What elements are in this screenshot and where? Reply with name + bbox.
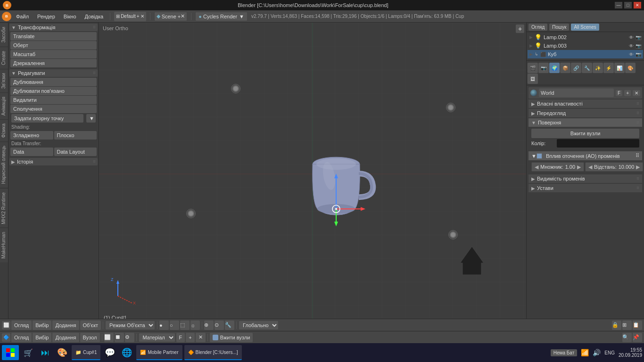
renderer-selector[interactable]: ● Cycles Render ▼ bbox=[195, 12, 248, 21]
3d-add-button[interactable]: Додання bbox=[52, 321, 79, 330]
snap-toggle[interactable]: 🔧 bbox=[225, 321, 234, 330]
tab-fizyka[interactable]: Фізика bbox=[0, 119, 8, 141]
menu-file[interactable]: Файл bbox=[12, 13, 33, 20]
outliner-item-cube[interactable]: ▶ ↳ ⬛ Куб 👁 📷 bbox=[528, 50, 643, 58]
node-view-button[interactable]: Огляд bbox=[11, 333, 32, 342]
clock[interactable]: 19:55 20.09.2019 bbox=[619, 347, 642, 358]
constraint-props-icon[interactable]: 🔗 bbox=[571, 63, 581, 73]
set-origin-dropdown[interactable]: ▼ bbox=[86, 114, 96, 123]
outliner-item-lamp002[interactable]: ▶ 💡 Lamp.002 👁 📷 bbox=[528, 33, 643, 41]
renderer-dropdown[interactable]: ▼ bbox=[239, 14, 244, 19]
lamp002-eye-icon[interactable]: 👁 bbox=[629, 35, 634, 40]
delete-button[interactable]: Видалити bbox=[10, 96, 97, 104]
language-indicator[interactable]: ENG bbox=[604, 350, 615, 355]
3d-view-button[interactable]: Огляд bbox=[11, 321, 32, 330]
taskbar-store-icon[interactable]: 🛒 bbox=[21, 345, 36, 360]
3d-viewport[interactable]: User Ortho bbox=[99, 23, 526, 325]
join-button[interactable]: Сполучення bbox=[10, 105, 97, 113]
data-button[interactable]: Data bbox=[10, 148, 53, 156]
3d-object-button[interactable]: Об'єкт bbox=[80, 321, 101, 330]
taskbar-mobilepartner-app[interactable]: 📶 Mobile Partner bbox=[136, 345, 182, 360]
3d-layer-icon[interactable]: 📋 bbox=[633, 321, 642, 330]
custom-props-header[interactable]: ▶ Власні властивості ⠿ bbox=[528, 99, 642, 108]
edit-section-header[interactable]: ▼ Редагувати ⠿ bbox=[9, 69, 98, 77]
viewport-add-button[interactable]: + bbox=[516, 25, 524, 33]
tab-mhx2[interactable]: MHX2 Runtime bbox=[0, 188, 8, 228]
particles-props-icon[interactable]: ✨ bbox=[593, 63, 603, 73]
taskbar-filemanager-app[interactable]: 📁 Cup#1 bbox=[72, 345, 100, 360]
battery-button[interactable]: Нема Бат bbox=[551, 349, 577, 356]
history-section-header[interactable]: ▶ Історія ⠿ bbox=[9, 158, 98, 165]
smooth-button[interactable]: Згладжено bbox=[10, 131, 53, 140]
3d-global-select[interactable]: Глобально bbox=[239, 321, 279, 330]
physics-props-icon[interactable]: ⚡ bbox=[603, 63, 614, 73]
cube-eye-icon[interactable]: 👁 bbox=[629, 52, 634, 57]
menu-window[interactable]: Вікно bbox=[60, 13, 80, 20]
render-props-icon[interactable]: 🎬 bbox=[528, 63, 538, 73]
scene-props-icon[interactable]: 📷 bbox=[538, 63, 549, 73]
ao-checkbox[interactable] bbox=[537, 153, 542, 159]
color-swatch[interactable] bbox=[557, 139, 639, 148]
ao-header[interactable]: ▼ Вплив оточення (АО) променів ⠿ bbox=[528, 151, 642, 160]
menu-help[interactable]: Довідка bbox=[81, 13, 107, 20]
duplicate-linked-button[interactable]: Дублювати пов'язано bbox=[10, 87, 97, 95]
node-x-material-button[interactable]: ✕ bbox=[196, 333, 206, 342]
transform-section-header[interactable]: ▼ Трансформація ⠿ bbox=[9, 24, 98, 31]
minimize-button[interactable]: — bbox=[615, 2, 622, 8]
duplicate-button[interactable]: Дублювання bbox=[10, 78, 97, 86]
scene-selector[interactable]: ◆ Scene + ✕ bbox=[154, 12, 188, 21]
ao-multiplier-input[interactable]: ◀ Множник: 1.00 ▶ bbox=[531, 162, 584, 172]
data-props-icon[interactable]: 📊 bbox=[614, 63, 625, 73]
rotate-button[interactable]: Оберт bbox=[10, 41, 97, 49]
view-tab[interactable]: Огляд bbox=[528, 24, 547, 31]
workspace-close[interactable]: ✕ bbox=[140, 14, 144, 19]
maximize-button[interactable]: □ bbox=[624, 2, 632, 8]
node-icon2[interactable]: 🔲 bbox=[115, 333, 124, 342]
world-f-button[interactable]: F bbox=[616, 90, 622, 96]
node-pin-icon[interactable]: 📌 bbox=[633, 333, 642, 342]
3d-grid-icon[interactable]: ⊞ bbox=[622, 321, 632, 330]
3d-select-button[interactable]: Вибір bbox=[33, 321, 51, 330]
transform-manipulator[interactable]: ⊕ bbox=[204, 321, 214, 330]
texture-props-icon[interactable]: 🖼 bbox=[528, 74, 538, 84]
scene-close[interactable]: ✕ bbox=[181, 13, 185, 19]
node-node-button[interactable]: Вузол bbox=[80, 333, 100, 342]
tab-zasоby[interactable]: Засоби bbox=[0, 23, 8, 47]
scale-button[interactable]: Масштаб bbox=[10, 50, 97, 58]
mirror-button[interactable]: Дзеркалення bbox=[10, 59, 97, 67]
node-use-nodes-checkbox[interactable]: Вжити вузли bbox=[210, 333, 253, 342]
3d-mode-select[interactable]: Режим Об'єкта bbox=[105, 321, 155, 330]
node-icon3[interactable]: ⚙ bbox=[125, 333, 134, 342]
search-tab[interactable]: Пошук bbox=[549, 24, 569, 31]
viewport-shading-solid[interactable]: ● bbox=[159, 321, 169, 330]
world-props-icon[interactable]: 🌍 bbox=[549, 63, 560, 73]
tab-create[interactable]: Create bbox=[0, 47, 8, 69]
node-add-material-button[interactable]: + bbox=[186, 333, 194, 342]
cube-render-icon[interactable]: 📷 bbox=[636, 52, 641, 57]
taskbar-viber-icon[interactable]: 💬 bbox=[102, 345, 117, 360]
workspace-add[interactable]: + bbox=[137, 14, 140, 19]
tab-zvyazky[interactable]: Зв'язки bbox=[0, 69, 8, 92]
taskbar-chrome-icon[interactable]: 🌐 bbox=[119, 345, 134, 360]
node-zoom-icon[interactable]: 🔍 bbox=[622, 333, 632, 342]
workspace-selector[interactable]: ⊞ Default + ✕ bbox=[114, 12, 146, 21]
material-props-icon[interactable]: 🎨 bbox=[625, 63, 636, 73]
use-nodes-button[interactable]: Вжити вузли bbox=[531, 129, 639, 138]
pivot-center[interactable]: ⊙ bbox=[215, 321, 224, 330]
node-f-button[interactable]: F bbox=[176, 333, 185, 342]
viewport-shading-tex[interactable]: ⬚ bbox=[180, 321, 190, 330]
flat-button[interactable]: Плоско bbox=[54, 131, 97, 140]
object-props-icon[interactable]: 📦 bbox=[560, 63, 570, 73]
taskbar-blender-app[interactable]: 🔶 Blender [C:\Users...] bbox=[184, 345, 242, 360]
translate-button[interactable]: Translate bbox=[10, 32, 97, 41]
ray-visibility-header[interactable]: ▶ Видимість променів ⠿ bbox=[528, 174, 642, 183]
close-button[interactable]: ✕ bbox=[634, 2, 641, 8]
node-add-button[interactable]: Додання bbox=[52, 333, 79, 342]
world-x-button[interactable]: ✕ bbox=[633, 90, 640, 96]
taskbar-media-icon[interactable]: ⏭ bbox=[38, 345, 53, 360]
world-add-button[interactable]: + bbox=[624, 90, 631, 96]
all-scenes-tab[interactable]: All Scenes bbox=[571, 24, 599, 31]
tab-animatsiia[interactable]: Анімація bbox=[0, 92, 8, 119]
menu-render[interactable]: Рендер bbox=[33, 13, 59, 20]
viewport-shading-render[interactable]: ☼ bbox=[190, 321, 200, 330]
